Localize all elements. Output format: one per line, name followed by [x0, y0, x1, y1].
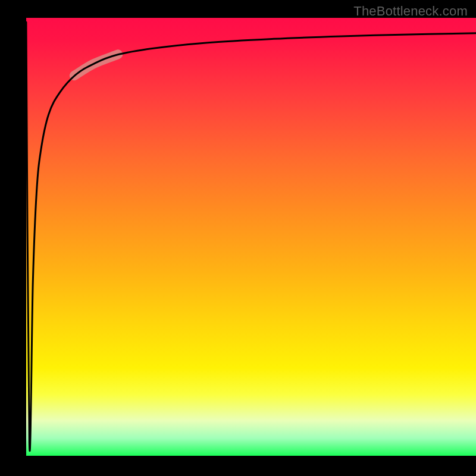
chart-svg	[26, 18, 476, 456]
chart-plot-area	[26, 18, 476, 456]
highlight-segment	[74, 54, 118, 76]
bottleneck-curve	[26, 22, 476, 450]
watermark-text: TheBottleneck.com	[353, 4, 468, 19]
